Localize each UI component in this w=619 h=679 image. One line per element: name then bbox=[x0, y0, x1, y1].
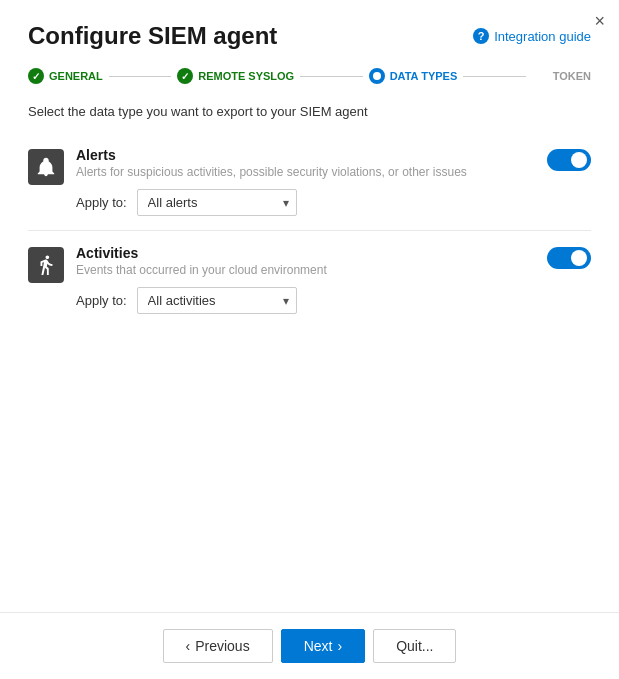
step-label-1: REMOTE SYSLOG bbox=[198, 70, 294, 82]
configure-siem-dialog: × Configure SIEM agent ? Integration gui… bbox=[0, 0, 619, 679]
alerts-apply-row: Apply to:All alertsHigh severityMedium s… bbox=[76, 189, 535, 216]
step-general: ✓GENERAL bbox=[28, 68, 103, 84]
dialog-title: Configure SIEM agent bbox=[28, 22, 277, 50]
data-type-item-alerts: AlertsAlerts for suspicious activities, … bbox=[28, 133, 591, 231]
dialog-content: Select the data type you want to export … bbox=[0, 100, 619, 612]
activities-icon bbox=[28, 247, 64, 283]
alerts-name: Alerts bbox=[76, 147, 535, 163]
step-label-2: DATA TYPES bbox=[390, 70, 458, 82]
data-type-item-activities: ActivitiesEvents that occurred in your c… bbox=[28, 231, 591, 328]
section-label: Select the data type you want to export … bbox=[28, 104, 591, 119]
step-token: TOKEN bbox=[532, 68, 591, 84]
step-circle-3 bbox=[532, 68, 548, 84]
activities-body: ActivitiesEvents that occurred in your c… bbox=[76, 245, 535, 314]
alerts-select[interactable]: All alertsHigh severityMedium severityLo… bbox=[137, 189, 297, 216]
dialog-header: Configure SIEM agent ? Integration guide bbox=[0, 0, 619, 60]
quit-button[interactable]: Quit... bbox=[373, 629, 456, 663]
step-label-3: TOKEN bbox=[553, 70, 591, 82]
alerts-apply-label: Apply to: bbox=[76, 195, 127, 210]
step-label-0: GENERAL bbox=[49, 70, 103, 82]
svg-point-0 bbox=[373, 72, 381, 80]
stepper: ✓GENERAL✓REMOTE SYSLOGDATA TYPESTOKEN bbox=[0, 60, 619, 100]
alerts-toggle-area bbox=[547, 147, 591, 171]
previous-chevron-icon: ‹ bbox=[186, 638, 191, 654]
guide-icon: ? bbox=[473, 28, 489, 44]
alerts-body: AlertsAlerts for suspicious activities, … bbox=[76, 147, 535, 216]
activities-select-wrapper: All activitiesSpecific activities bbox=[137, 287, 297, 314]
step-circle-1: ✓ bbox=[177, 68, 193, 84]
activities-toggle[interactable] bbox=[547, 247, 591, 269]
integration-guide-label: Integration guide bbox=[494, 29, 591, 44]
next-chevron-icon: › bbox=[337, 638, 342, 654]
step-line-2 bbox=[463, 76, 525, 77]
step-remote-syslog: ✓REMOTE SYSLOG bbox=[177, 68, 294, 84]
close-button[interactable]: × bbox=[594, 12, 605, 30]
alerts-select-wrapper: All alertsHigh severityMedium severityLo… bbox=[137, 189, 297, 216]
activities-apply-row: Apply to:All activitiesSpecific activiti… bbox=[76, 287, 535, 314]
activities-description: Events that occurred in your cloud envir… bbox=[76, 263, 535, 277]
activities-toggle-area bbox=[547, 245, 591, 269]
integration-guide-link[interactable]: ? Integration guide bbox=[473, 22, 591, 44]
step-circle-2 bbox=[369, 68, 385, 84]
step-line-0 bbox=[109, 76, 171, 77]
activities-toggle-slider bbox=[547, 247, 591, 269]
alerts-icon bbox=[28, 149, 64, 185]
activities-select[interactable]: All activitiesSpecific activities bbox=[137, 287, 297, 314]
activities-apply-label: Apply to: bbox=[76, 293, 127, 308]
step-line-1 bbox=[300, 76, 362, 77]
previous-button[interactable]: ‹ Previous bbox=[163, 629, 273, 663]
dialog-footer: ‹ Previous Next › Quit... bbox=[0, 612, 619, 679]
alerts-toggle[interactable] bbox=[547, 149, 591, 171]
activities-name: Activities bbox=[76, 245, 535, 261]
alerts-toggle-slider bbox=[547, 149, 591, 171]
step-circle-0: ✓ bbox=[28, 68, 44, 84]
alerts-description: Alerts for suspicious activities, possib… bbox=[76, 165, 535, 179]
step-data-types: DATA TYPES bbox=[369, 68, 458, 84]
next-button[interactable]: Next › bbox=[281, 629, 365, 663]
